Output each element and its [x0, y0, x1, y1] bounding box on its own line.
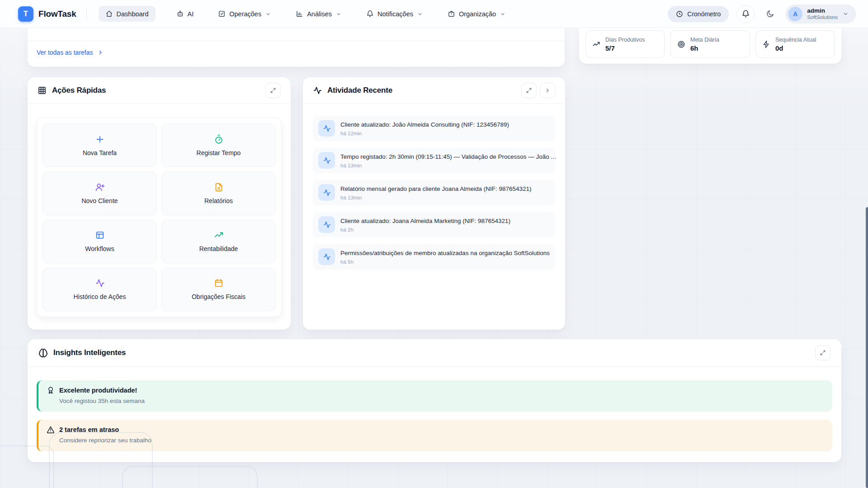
home-icon: [105, 10, 113, 18]
table-icon: [95, 230, 105, 240]
stat-label: Sequência Atual: [775, 37, 816, 43]
quick-actions-card: Ações Rápidas Nova Tarefa Registar Tempo: [28, 77, 291, 330]
stat-value: 0d: [775, 44, 816, 52]
stopwatch-button[interactable]: Cronómetro: [668, 6, 729, 22]
insight-subtitle: Considere repriorizar seu trabalho: [59, 437, 824, 444]
target-icon: [677, 40, 685, 48]
dark-mode-toggle[interactable]: [762, 6, 778, 22]
brain-icon: [38, 348, 48, 358]
maximize-icon: [526, 87, 532, 94]
quick-action-historico-de-acoes[interactable]: Histórico de Ações: [42, 268, 157, 311]
bar-chart-icon: [296, 10, 303, 18]
app-logo: T: [18, 6, 33, 22]
quick-action-rentabilidade[interactable]: Rentabilidade: [161, 220, 276, 263]
timer-icon: [214, 134, 224, 144]
nav-item-ai[interactable]: AI: [173, 6, 198, 22]
recent-activity-card: Atividade Recente Cliente atualizado: Jo…: [303, 77, 565, 330]
quick-action-obrigacoes-fiscais[interactable]: Obrigações Fiscais: [161, 268, 276, 311]
user-name: admin: [807, 7, 838, 14]
chevron-right-icon: [544, 87, 551, 94]
vertical-scrollbar-thumb[interactable]: [866, 207, 868, 488]
trending-up-icon: [214, 230, 224, 240]
activity-list: Cliente atualizado: João Almeida Consult…: [303, 104, 565, 270]
action-label: Nova Tarefa: [83, 149, 117, 156]
nav-label: Análises: [307, 10, 332, 18]
chevron-down-icon: [417, 11, 423, 17]
action-label: Registar Tempo: [197, 149, 241, 156]
brand[interactable]: T FlowTask: [18, 6, 76, 22]
stat-label: Meta Diária: [690, 37, 719, 43]
activity-text: Relatório mensal gerado para cliente Joa…: [340, 184, 532, 193]
nav-label: Operações: [229, 10, 261, 18]
activity-item[interactable]: Tempo registado: 2h 30min (09:15-11:45) …: [313, 148, 555, 173]
chevron-down-icon: [265, 11, 271, 17]
nav-item-operacoes[interactable]: Operações: [214, 6, 275, 22]
trending-up-icon: [592, 40, 600, 48]
nav-item-dashboard[interactable]: Dashboard: [99, 6, 156, 22]
activity-item[interactable]: Permissões/atribuições de membro atualiz…: [313, 244, 555, 270]
insight-subtitle: Você registou 35h esta semana: [59, 398, 824, 404]
zap-icon: [762, 40, 770, 48]
nav-item-notificacoes[interactable]: Notificações: [363, 6, 427, 22]
nav-item-organizacao[interactable]: Organização: [444, 6, 509, 22]
bell-icon: [741, 9, 750, 18]
activity-item[interactable]: Relatório mensal gerado para cliente Joa…: [313, 180, 555, 205]
quick-action-workflows[interactable]: Workflows: [42, 220, 157, 263]
action-label: Obrigações Fiscais: [192, 293, 245, 300]
bot-icon: [176, 10, 184, 18]
activity-text: Cliente atualizado: Joana Almeida Market…: [340, 216, 510, 225]
maximize-icon: [270, 87, 276, 94]
stat-value: 6h: [690, 44, 719, 52]
chevron-down-icon: [842, 10, 849, 17]
quick-action-novo-cliente[interactable]: Novo Cliente: [42, 171, 157, 215]
app-title: FlowTask: [38, 9, 76, 19]
action-label: Novo Cliente: [81, 197, 118, 204]
card-title: Atividade Recente: [327, 86, 392, 95]
nav-label: Organização: [459, 10, 496, 18]
expand-button[interactable]: [521, 83, 537, 98]
stat-sequencia-atual: Sequência Atual 0d: [755, 30, 835, 58]
activity-text: Cliente atualizado: João Almeida Consult…: [340, 120, 509, 129]
activity-time: há 13min: [340, 163, 560, 168]
activity-icon: [313, 86, 322, 95]
activity-time: há 12min: [340, 131, 509, 136]
divider: [28, 104, 290, 104]
action-label: Rentabilidade: [199, 245, 238, 252]
briefcase-icon: [448, 10, 455, 18]
stat-meta-diaria: Meta Diária 6h: [670, 30, 750, 58]
activity-icon: [318, 184, 335, 201]
grid-icon: [38, 86, 47, 95]
notifications-bell-button[interactable]: [736, 5, 755, 23]
nav-label: AI: [188, 10, 194, 18]
divider: [28, 41, 565, 41]
activity-icon: [95, 278, 105, 288]
user-plus-icon: [95, 182, 105, 192]
navbar-right: Cronómetro A admin SoftSolutions: [668, 5, 856, 24]
productivity-stats-card: Dias Produtivos 5/7 Meta Diária 6h Sequê…: [579, 28, 841, 64]
avatar: A: [788, 7, 802, 21]
background-decoration: [0, 445, 54, 488]
user-menu[interactable]: A admin SoftSolutions: [785, 5, 856, 24]
activity-item[interactable]: Cliente atualizado: João Almeida Consult…: [313, 116, 555, 141]
activity-icon: [318, 248, 335, 265]
calendar-icon: [214, 278, 224, 288]
activity-time: há 2h: [340, 227, 510, 232]
next-button[interactable]: [540, 83, 555, 98]
view-all-tasks-link[interactable]: Ver todas as tarefas: [37, 49, 104, 56]
activity-time: há 5h: [340, 259, 550, 265]
stopwatch-label: Cronómetro: [687, 10, 721, 18]
nav-item-analises[interactable]: Análises: [292, 6, 345, 22]
nav-label: Notificações: [377, 10, 413, 18]
quick-action-registar-tempo[interactable]: Registar Tempo: [161, 123, 276, 167]
quick-action-relatorios[interactable]: Relatórios: [161, 171, 276, 215]
clock-icon: [676, 10, 683, 18]
action-label: Relatórios: [204, 197, 233, 204]
user-org: SoftSolutions: [807, 14, 838, 20]
activity-item[interactable]: Cliente atualizado: Joana Almeida Market…: [313, 212, 555, 237]
quick-actions-grid: Nova Tarefa Registar Tempo Novo Cliente …: [37, 118, 282, 317]
expand-button[interactable]: [815, 345, 830, 360]
insight-productivity: Excelente produtividade! Você registou 3…: [37, 380, 832, 412]
expand-button[interactable]: [265, 83, 281, 98]
quick-action-nova-tarefa[interactable]: Nova Tarefa: [42, 123, 157, 167]
card-title: Ações Rápidas: [52, 86, 106, 95]
